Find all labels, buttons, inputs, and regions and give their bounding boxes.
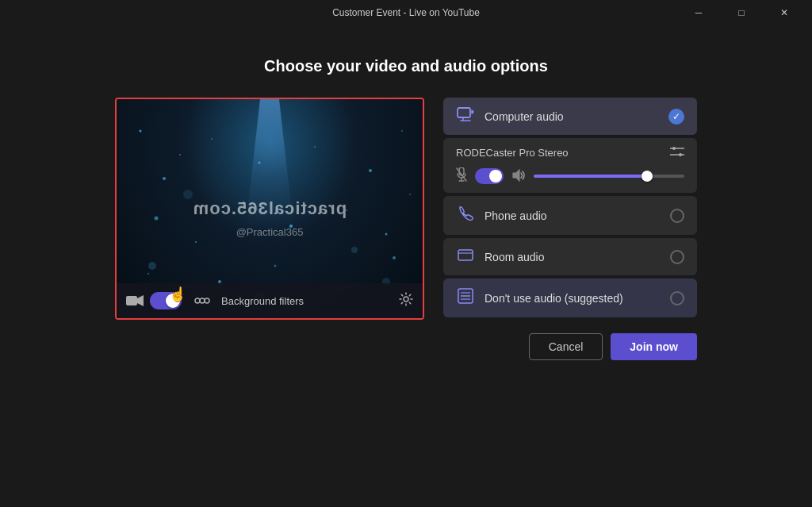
rode-controls: [456, 167, 684, 185]
svg-marker-40: [513, 170, 519, 181]
window-controls: ─ □ ✕: [680, 0, 802, 25]
video-watermark: practical365.com: [193, 198, 347, 219]
no-audio-option[interactable]: Don't use audio (suggested): [443, 278, 697, 317]
camera-toggle-thumb: ☝: [166, 294, 180, 308]
audio-settings-icon[interactable]: [670, 146, 684, 159]
svg-point-9: [195, 241, 197, 243]
rode-header: RODECaster Pro Stereo: [456, 146, 684, 159]
background-filters-label[interactable]: Background filters: [221, 295, 393, 307]
checkmark-icon: ✓: [672, 111, 680, 122]
svg-point-4: [259, 162, 261, 164]
minimize-button[interactable]: ─: [680, 0, 717, 25]
svg-point-5: [314, 146, 316, 148]
svg-point-35: [679, 153, 682, 156]
no-audio-radio: [670, 291, 684, 305]
microphone-muted-icon: [456, 167, 467, 185]
svg-point-27: [195, 298, 200, 303]
computer-audio-selected-indicator: ✓: [668, 109, 684, 125]
phone-audio-label: Phone audio: [485, 209, 661, 222]
svg-point-14: [409, 194, 411, 195]
video-settings-icon[interactable]: [399, 292, 413, 309]
svg-point-28: [200, 298, 205, 303]
video-preview-panel: practical365.com @Practical365 ☝: [115, 98, 424, 320]
audio-options-panel: Computer audio ✓ RODECaster Pro Stereo: [443, 98, 697, 360]
svg-point-23: [183, 190, 193, 199]
svg-rect-31: [458, 108, 470, 117]
camera-icon: [126, 294, 144, 307]
volume-thumb: [642, 171, 653, 182]
svg-point-13: [385, 233, 388, 236]
svg-point-30: [404, 297, 408, 302]
phone-audio-option[interactable]: Phone audio: [443, 196, 697, 235]
video-handle: @Practical365: [236, 226, 304, 238]
no-audio-label: Don't use audio (suggested): [485, 292, 661, 305]
phone-audio-icon: [456, 205, 475, 225]
camera-toggle[interactable]: ☝: [150, 292, 182, 309]
svg-point-34: [672, 147, 676, 150]
close-button[interactable]: ✕: [766, 0, 802, 25]
svg-point-19: [393, 256, 396, 259]
titlebar: Customer Event - Live on YouTube ─ □ ✕: [0, 0, 812, 25]
room-audio-radio: [670, 250, 684, 264]
volume-slider[interactable]: [534, 175, 684, 178]
svg-point-29: [205, 298, 209, 303]
cancel-button[interactable]: Cancel: [529, 333, 603, 360]
svg-point-3: [211, 138, 213, 140]
room-audio-icon: [456, 248, 475, 266]
cursor-hand-icon: ☝: [169, 286, 186, 303]
background-filters-icon: [194, 294, 210, 307]
computer-audio-label: Computer audio: [485, 110, 659, 123]
room-audio-option[interactable]: Room audio: [443, 238, 697, 275]
svg-point-20: [148, 262, 156, 270]
speaker-icon: [511, 169, 526, 184]
svg-rect-41: [458, 250, 473, 260]
svg-point-8: [155, 217, 159, 221]
video-controls-bar: ☝ Background filters: [117, 283, 423, 318]
microphone-toggle[interactable]: [475, 168, 504, 184]
computer-audio-icon: [456, 107, 475, 125]
window-title: Customer Event - Live on YouTube: [332, 7, 480, 18]
svg-point-17: [274, 265, 277, 267]
svg-point-22: [351, 247, 358, 253]
svg-point-15: [147, 273, 149, 275]
computer-audio-option[interactable]: Computer audio ✓: [443, 98, 697, 135]
page-heading: Choose your video and audio options: [264, 57, 548, 75]
svg-rect-25: [126, 296, 137, 305]
action-buttons: Cancel Join now: [443, 333, 697, 360]
svg-point-7: [401, 130, 403, 132]
svg-point-0: [140, 130, 142, 133]
microphone-toggle-thumb: [489, 170, 502, 182]
no-audio-icon: [456, 288, 475, 308]
rode-caster-row: RODECaster Pro Stereo: [443, 138, 697, 193]
svg-point-2: [163, 177, 166, 180]
join-now-button[interactable]: Join now: [611, 333, 697, 360]
volume-fill: [534, 175, 647, 178]
rode-device-label: RODECaster Pro Stereo: [456, 147, 569, 159]
room-audio-label: Room audio: [485, 251, 661, 263]
svg-point-6: [369, 169, 372, 172]
svg-point-1: [179, 154, 181, 156]
main-content: Choose your video and audio options: [0, 25, 812, 507]
phone-audio-radio: [670, 209, 684, 223]
svg-marker-26: [137, 295, 144, 306]
panels-wrapper: practical365.com @Practical365 ☝: [115, 98, 697, 360]
restore-button[interactable]: □: [723, 0, 760, 25]
